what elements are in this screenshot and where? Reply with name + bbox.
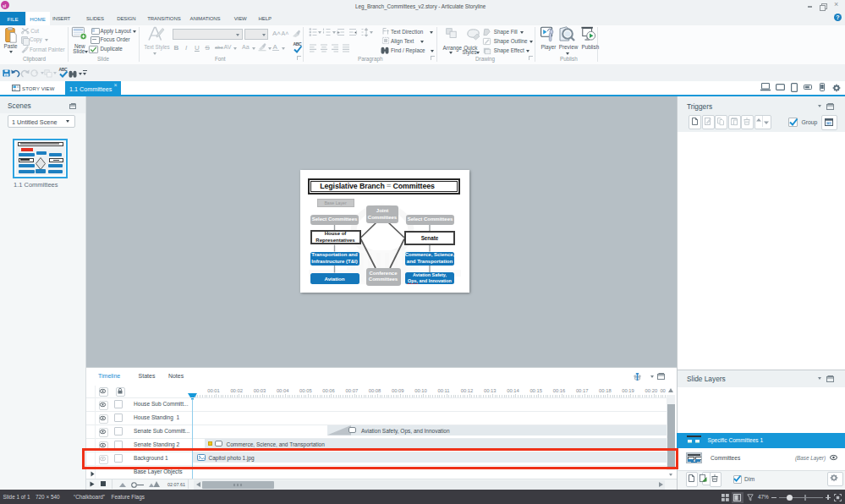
svg-text:x: x: [827, 121, 829, 125]
